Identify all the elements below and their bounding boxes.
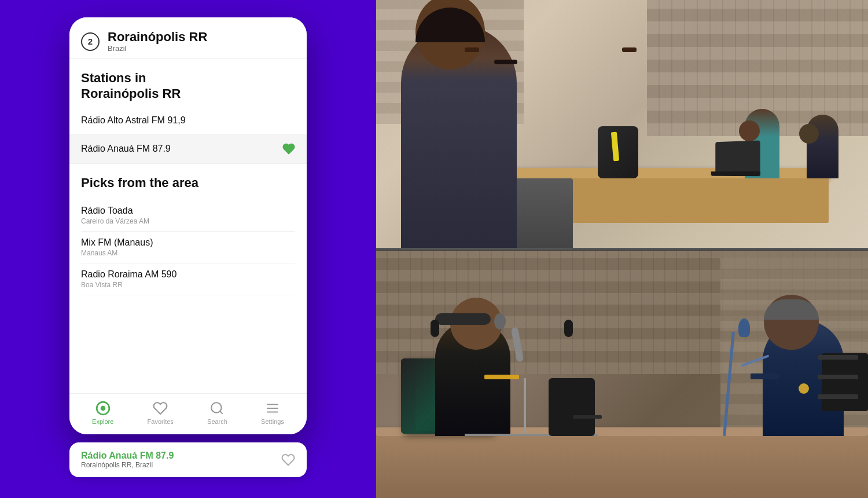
photo-bottom [376, 250, 868, 499]
photo-scene-top [376, 0, 868, 248]
settings-icon [265, 401, 280, 416]
picks-title: Picks from the area [81, 175, 295, 191]
pick-item-1[interactable]: Rádio Toada Careiro da Várzea AM [81, 200, 295, 232]
stations-section-title: Stations inRorainópolis RR [69, 59, 307, 107]
favorites-label: Favorites [148, 418, 174, 425]
station-name-1: Rádio Alto Astral FM 91,9 [81, 115, 186, 126]
city-name: Rorainópolis RR [108, 30, 207, 44]
heart-icon-filled[interactable] [282, 142, 295, 155]
search-icon [209, 401, 225, 416]
now-playing-heart-icon[interactable] [281, 453, 295, 467]
step-badge: 2 [81, 32, 100, 51]
svg-line-3 [220, 411, 223, 414]
app-header: 2 Rorainópolis RR Brazil [69, 17, 307, 58]
pick-location-2: Manaus AM [81, 249, 295, 257]
pick-name-3: Radio Roraima AM 590 [81, 269, 295, 280]
nav-explore[interactable]: Explore [92, 401, 113, 425]
svg-point-2 [212, 402, 222, 412]
pick-location-3: Boa Vista RR [81, 281, 295, 289]
now-playing-info: Rádio Anauá FM 87.9 Rorainópolis RR, Bra… [81, 451, 174, 469]
phone-frame: 2 Rorainópolis RR Brazil Stations inRora… [69, 17, 307, 434]
city-country: Brazil [108, 44, 207, 53]
pick-item-2[interactable]: Mix FM (Manaus) Manaus AM [81, 232, 295, 263]
explore-icon [95, 401, 111, 416]
pick-location-1: Careiro da Várzea AM [81, 217, 295, 225]
photo-top [376, 0, 868, 248]
now-playing-bar[interactable]: Rádio Anauá FM 87.9 Rorainópolis RR, Bra… [69, 442, 307, 477]
now-playing-location: Rorainópolis RR, Brazil [81, 461, 174, 469]
right-panel [376, 0, 868, 498]
nav-settings[interactable]: Settings [261, 401, 284, 425]
pick-name-2: Mix FM (Manaus) [81, 237, 295, 248]
svg-point-1 [100, 406, 105, 411]
nav-favorites[interactable]: Favorites [148, 401, 174, 425]
station-item-1[interactable]: Rádio Alto Astral FM 91,9 [69, 107, 307, 134]
pick-name-1: Rádio Toada [81, 206, 295, 216]
nav-search[interactable]: Search [207, 401, 227, 425]
now-playing-name: Rádio Anauá FM 87.9 [81, 451, 174, 461]
settings-label: Settings [261, 418, 284, 425]
station-name-2: Rádio Anauá FM 87.9 [81, 144, 171, 154]
photo-scene-bottom [376, 251, 868, 499]
picks-section: Picks from the area Rádio Toada Careiro … [69, 164, 307, 295]
bottom-nav: Explore Favorites Search [69, 393, 307, 434]
left-panel: 2 Rorainópolis RR Brazil Stations inRora… [0, 0, 376, 498]
city-info: Rorainópolis RR Brazil [108, 30, 207, 53]
favorites-icon [153, 401, 168, 416]
pick-item-3[interactable]: Radio Roraima AM 590 Boa Vista RR [81, 263, 295, 295]
station-item-2[interactable]: Rádio Anauá FM 87.9 [69, 134, 307, 164]
app-content[interactable]: Stations inRorainópolis RR Rádio Alto As… [69, 58, 307, 393]
search-label: Search [207, 418, 227, 425]
explore-label: Explore [92, 418, 113, 425]
